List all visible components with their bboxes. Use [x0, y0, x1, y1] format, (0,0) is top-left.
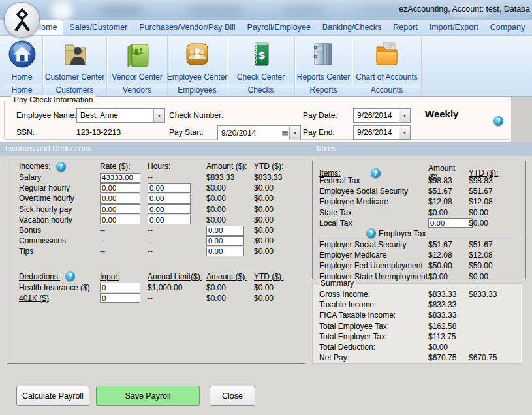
ytd-value: $0.00	[469, 219, 525, 228]
amount-value: $0.00	[206, 283, 254, 292]
deduction-row: Health Insurance ($) $1,000.00 $0.00 $0.…	[19, 283, 305, 293]
deduction-label: Health Insurance ($)	[19, 283, 100, 292]
tax-row: Local Tax $0.00	[319, 218, 525, 228]
amount-input[interactable]	[206, 226, 244, 236]
vendor-folder-icon	[122, 36, 152, 72]
tax-label: State Tax	[319, 208, 428, 217]
deduction-input[interactable]	[100, 293, 140, 303]
hours-input[interactable]	[148, 194, 191, 204]
ytd-value: $12.08	[469, 251, 525, 260]
app-window: ezAccounting, Account: test, Databa Home…	[0, 0, 532, 415]
summary-row: Total Employer Tax: $113.75	[319, 331, 522, 342]
rate-input[interactable]	[100, 173, 140, 183]
menu-item-report[interactable]: Report	[387, 20, 424, 35]
toolbar-employee-center-button[interactable]: Employee Center Employees	[168, 36, 227, 96]
ytd-value: $670.75	[469, 353, 522, 362]
summary-row: Total Employee Tax: $162.58	[319, 321, 522, 331]
check-number-label: Check Number:	[169, 111, 223, 120]
pay-start-datepicker[interactable]: 9/20/2014 ▦	[217, 125, 301, 140]
income-label: Salary	[19, 173, 100, 182]
titlebar-glass-blob	[51, 1, 73, 20]
amount-value: $0.00	[428, 343, 469, 352]
deduction-401k-link[interactable]: 401K ($)	[19, 294, 100, 303]
chevron-down-icon[interactable]	[399, 126, 410, 139]
local-tax-input[interactable]	[428, 218, 473, 228]
ez-logo-icon	[11, 7, 33, 33]
close-button[interactable]: Close	[210, 386, 255, 406]
tax-row: Employee Social Security $51.67 $51.67	[319, 186, 525, 196]
help-icon[interactable]	[493, 116, 503, 126]
toolbar-reports-center-button[interactable]: Reports Center Reports	[295, 36, 352, 96]
pay-date-select[interactable]: 9/26/2014	[353, 108, 411, 123]
menu-item-company[interactable]: Company	[484, 20, 531, 35]
deductions-header-row: Deductions: Input: Annual Limit($): Amou…	[19, 271, 305, 283]
input-column-header: Input:	[100, 272, 148, 281]
help-icon[interactable]	[56, 162, 66, 172]
save-payroll-button[interactable]: Save Payroll	[96, 386, 200, 406]
hours-input[interactable]	[148, 183, 191, 193]
incomes-column-header: Incomes:	[19, 162, 51, 171]
summary-label: Taxable Income:	[319, 300, 428, 309]
ytd-value: $0.00	[254, 226, 305, 235]
amount-value: $0.00	[428, 208, 469, 217]
toolbar-chart-of-accounts-button[interactable]: Chart of Accounts Accounts	[352, 36, 422, 96]
menu-item-payroll-employee[interactable]: Payroll/Employee	[242, 20, 317, 35]
rate-column-header: Rate ($):	[100, 162, 148, 171]
calendar-icon: ▦	[282, 129, 289, 137]
toolbar-home-button[interactable]: Home Home	[1, 36, 43, 96]
rate-input[interactable]	[100, 215, 140, 224]
amount-value: $98.83	[428, 176, 469, 185]
toolbar-vendor-center-button[interactable]: Vendor Center Vendors	[107, 36, 168, 96]
reports-binders-icon	[309, 36, 339, 72]
summary-group: Summary Gross Income: $833.33 $833.33 Ta…	[312, 283, 522, 364]
rate-input[interactable]	[100, 183, 140, 193]
amount-value: $833.33	[428, 311, 469, 320]
menu-item-banking-checks[interactable]: Banking/Checks	[317, 20, 387, 35]
hours-value: --	[148, 226, 206, 235]
app-logo-button[interactable]	[4, 2, 40, 38]
rate-input[interactable]	[100, 204, 140, 214]
income-row: Overtime hourly $0.00 $0.00	[19, 193, 305, 204]
ytd-value: $0.00	[254, 247, 305, 256]
toolbar-check-center-button[interactable]: $ Check Center Checks	[227, 36, 295, 96]
toolbar-button-label: Vendor Center	[112, 72, 162, 82]
calculate-payroll-button[interactable]: Calculate Payroll	[16, 386, 89, 406]
amount-input[interactable]	[206, 247, 244, 256]
help-icon[interactable]	[65, 271, 75, 281]
menu-item-sales-customer[interactable]: Sales/Customer	[63, 20, 133, 35]
amount-input[interactable]	[206, 236, 244, 246]
rate-value: --	[100, 236, 148, 245]
menu-item-import-export[interactable]: Import/Export	[424, 20, 484, 35]
amount-value: $0.00	[206, 194, 254, 203]
toolbar-button-label: Reports Center	[297, 72, 350, 82]
chevron-down-icon[interactable]	[399, 109, 410, 122]
amount-column-header: Amount ($):	[206, 162, 254, 171]
hours-value: --	[148, 247, 206, 256]
amount-value: $113.75	[428, 332, 469, 341]
toolbar-button-label: Check Center	[237, 72, 285, 82]
income-row: Vacation hourly $0.00 $0.00	[19, 215, 305, 225]
toolbar-group-label: Customers	[43, 84, 106, 96]
pay-end-select[interactable]: 9/26/2014	[353, 125, 411, 140]
incomes-section-title: Incomes and Deductions	[5, 144, 91, 153]
incomes-deductions-panel: Incomes: Rate ($): Hours: Amount ($): YT…	[7, 157, 305, 364]
employee-name-select[interactable]: Best, Anne	[76, 108, 165, 123]
chevron-down-icon[interactable]	[289, 126, 300, 140]
ytd-value: $0.00	[254, 294, 305, 303]
hours-input[interactable]	[148, 204, 191, 214]
menu-bar: Home Sales/Customer Purchases/Vendor/Pay…	[0, 20, 532, 36]
deduction-input[interactable]	[100, 283, 140, 292]
hours-input[interactable]	[148, 215, 191, 224]
tax-label: Employee Medicare	[319, 197, 428, 206]
menu-item-purchases-vendor-pay-bill[interactable]: Purchases/Vendor/Pay Bill	[133, 20, 241, 35]
rate-input[interactable]	[100, 194, 140, 204]
toolbar-group-label: Accounts	[352, 84, 421, 96]
toolbar-button-label: Home	[11, 72, 32, 82]
employer-tax-divider: Employer Tax	[319, 228, 520, 239]
help-icon[interactable]	[366, 228, 376, 238]
ytd-value: $833.33	[254, 173, 305, 182]
toolbar-customer-center-button[interactable]: Customer Center Customers	[43, 36, 107, 96]
incomes-header-row: Incomes: Rate ($): Hours: Amount ($): YT…	[19, 161, 305, 172]
amount-value: $0.00	[428, 272, 469, 281]
chevron-down-icon[interactable]	[153, 109, 164, 122]
